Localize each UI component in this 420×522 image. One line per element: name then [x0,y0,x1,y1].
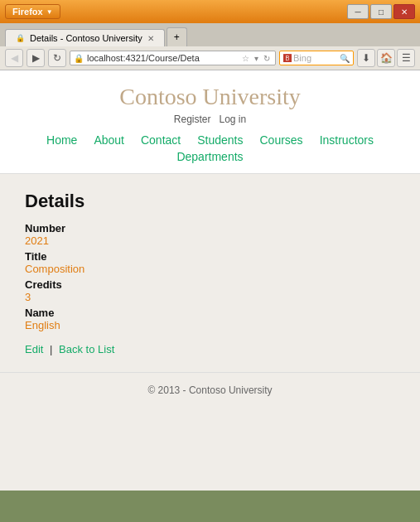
firefox-menu-button[interactable]: Firefox [5,4,60,19]
bottom-chrome [0,491,420,515]
active-tab[interactable]: 🔒 Details - Contoso University ✕ [5,29,165,46]
bookmark-icon[interactable]: ☆ [240,54,251,63]
footer-text: © 2013 - Contoso University [147,384,272,396]
maximize-button[interactable]: □ [370,4,392,19]
tab-bar: 🔒 Details - Contoso University ✕ + [0,23,420,46]
search-bar: 🅱 Bing 🔍 [279,51,354,65]
link-separator: | [50,343,52,355]
field-credits-label: Credits [25,278,395,291]
search-placeholder[interactable]: Bing [293,53,338,63]
nav-contact[interactable]: Contact [133,132,189,148]
field-name-value: English [25,319,395,331]
auth-links: Register Log in [17,114,403,125]
field-number-label: Number [25,222,395,234]
nav-home[interactable]: Home [38,132,85,148]
bing-icon: 🅱 [283,54,292,63]
page-area: Contoso University Register Log in Home … [0,70,420,491]
address-secure-icon: 🔒 [74,54,84,63]
address-actions: ☆ ▾ ↻ [240,54,272,63]
close-button[interactable]: ✕ [393,4,415,19]
back-to-list-link[interactable]: Back to List [59,343,114,355]
nav-instructors[interactable]: Instructors [311,132,382,148]
nav-courses[interactable]: Courses [251,132,311,148]
address-dropdown-icon[interactable]: ▾ [253,54,260,63]
field-credits-value: 3 [25,291,395,303]
nav-students[interactable]: Students [189,132,251,148]
title-bar: Firefox ─ □ ✕ [0,0,420,23]
page-content: Details Number 2021 Title Composition Cr… [0,174,420,372]
field-title-value: Composition [25,263,395,275]
tab-favicon: 🔒 [16,34,25,42]
window-controls: ─ □ ✕ [347,4,415,19]
home-button[interactable]: 🏠 [377,49,395,67]
refresh-button[interactable]: ↻ [48,49,66,67]
tab-title: Details - Contoso University [30,33,142,43]
more-button[interactable]: ☰ [397,49,415,67]
address-text[interactable]: localhost:4321/Course/Deta [87,53,237,63]
nav-menu: Home About Contact Students Courses Inst… [17,132,403,165]
download-button[interactable]: ⬇ [357,49,375,67]
nav-bar: ◀ ▶ ↻ 🔒 localhost:4321/Course/Deta ☆ ▾ ↻… [0,46,420,70]
extra-nav-buttons: ⬇ 🏠 ☰ [357,49,415,67]
field-number-value: 2021 [25,234,395,247]
search-go-button[interactable]: 🔍 [340,54,350,63]
forward-button[interactable]: ▶ [27,49,45,67]
details-heading: Details [25,191,395,212]
page-header: Contoso University Register Log in Home … [0,70,420,174]
nav-about[interactable]: About [85,132,133,148]
action-links: Edit | Back to List [25,343,395,355]
page-footer: © 2013 - Contoso University [0,372,420,408]
field-title-label: Title [25,250,395,263]
tab-close-button[interactable]: ✕ [147,34,154,43]
new-tab-button[interactable]: + [167,27,187,46]
register-link[interactable]: Register [174,114,211,125]
browser-chrome: Firefox ─ □ ✕ 🔒 Details - Contoso Univer… [0,0,420,70]
login-link[interactable]: Log in [220,114,247,125]
reload-icon[interactable]: ↻ [262,54,272,63]
edit-link[interactable]: Edit [25,343,43,355]
address-bar: 🔒 localhost:4321/Course/Deta ☆ ▾ ↻ [70,51,276,65]
field-name-label: Name [25,307,395,319]
minimize-button[interactable]: ─ [347,4,369,19]
nav-departments[interactable]: Departments [168,148,251,165]
site-title: Contoso University [17,84,403,110]
back-button[interactable]: ◀ [5,49,23,67]
